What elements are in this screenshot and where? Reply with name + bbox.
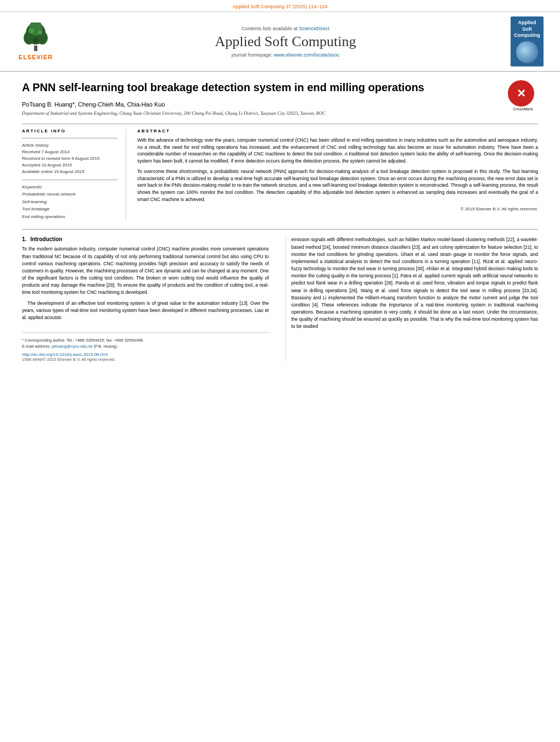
intro-paragraph-2: The development of an effective tool mon… (22, 300, 269, 322)
introduction-text: To the modern automation industry, compu… (22, 246, 269, 321)
article-info-heading: ARTICLE INFO (22, 129, 117, 133)
keywords-list: Probabilistic neural network Self-learni… (22, 191, 117, 220)
elsevier-tree-icon (19, 23, 52, 53)
footnote-area: * Corresponding author. Tel.: +886 32654… (22, 332, 269, 362)
keywords-divider (22, 180, 117, 180)
homepage-line: journal homepage: www.elsevier.com/locat… (66, 52, 505, 58)
badge-box: Applied Soft Computing (511, 16, 544, 66)
right-column-text: emission signals with different methodol… (292, 236, 539, 330)
history-label: Article history: (22, 143, 117, 148)
keyword-2: Self-learning (22, 198, 117, 206)
received-date: Received 7 August 2014 (22, 149, 117, 155)
journal-header: ELSEVIER Contents lists available at Sci… (0, 12, 560, 72)
authors-text: PoTsang B. Huang*, Cheng-Chieh Ma, Chia-… (22, 101, 165, 108)
article-title-container: A PNN self-learning tool breakage detect… (22, 80, 538, 94)
sciencedirect-link[interactable]: ScienceDirect (299, 26, 330, 31)
accepted-date: Accepted 10 August 2015 (22, 162, 117, 169)
contents-line: Contents lists available at ScienceDirec… (66, 26, 505, 31)
elsevier-label: ELSEVIER (19, 54, 53, 60)
right-intro-text: emission signals with different methodol… (292, 236, 539, 330)
introduction-heading: 1. Introduction (22, 236, 269, 242)
svg-point-5 (29, 28, 34, 34)
corresponding-author: * Corresponding author. Tel.: +886 32654… (22, 337, 269, 343)
abstract-heading: ABSTRACT (137, 129, 538, 133)
info-section: ARTICLE INFO Article history: Received 7… (22, 129, 538, 220)
abstract-section: ABSTRACT With the advance of technology … (137, 129, 538, 220)
homepage-link[interactable]: www.elsevier.com/locate/asoc (274, 52, 340, 58)
journal-center: Contents lists available at ScienceDirec… (66, 26, 505, 58)
keyword-1: Probabilistic neural network (22, 191, 117, 198)
doi-line: http://dx.doi.org/10.1016/j.asoc.2015.08… (22, 352, 269, 357)
crossmark-badge: ✕ CrossMark (508, 80, 538, 110)
svg-point-7 (33, 37, 38, 43)
info-divider (22, 138, 117, 138)
revised-date: Received in revised form 9 August 2015 (22, 155, 117, 162)
crossmark-label: CrossMark (508, 107, 538, 111)
email-link[interactable]: pthuang@cycu.edu.tw (52, 344, 92, 349)
body-left-column: 1. Introduction To the modern automation… (22, 236, 275, 361)
online-date: Available online 19 August 2015 (22, 169, 117, 175)
intro-paragraph-1: To the modern automation industry, compu… (22, 246, 269, 296)
introduction-title: Introduction (30, 236, 62, 242)
article-info-panel: ARTICLE INFO Article history: Received 7… (22, 129, 126, 220)
issn-line: 1568-4946/© 2015 Elsevier B.V. All right… (22, 357, 269, 362)
journal-title-main: Applied Soft Computing (66, 34, 505, 50)
journal-reference: Applied Soft Computing 37 (2015) 114–124 (232, 4, 327, 9)
svg-point-6 (38, 30, 42, 35)
affiliation: Department of Industrial and Systems Eng… (22, 110, 538, 117)
authors-line: PoTsang B. Huang*, Cheng-Chieh Ma, Chia-… (22, 101, 538, 108)
badge-decoration (516, 41, 538, 63)
article-title-text: A PNN self-learning tool breakage detect… (22, 81, 424, 93)
keyword-3: Tool breakage (22, 205, 117, 213)
doi-link[interactable]: http://dx.doi.org/10.1016/j.asoc.2015.08… (22, 352, 108, 357)
crossmark-icon: ✕ (508, 80, 534, 107)
abstract-paragraph-1: With the advance of technology over the … (137, 137, 538, 165)
journal-badge: Applied Soft Computing (511, 16, 549, 66)
abstract-text: With the advance of technology over the … (137, 137, 538, 203)
body-right-column: emission signals with different methodol… (285, 236, 539, 361)
keywords-label: Keywords: (22, 185, 117, 189)
top-bar: Applied Soft Computing 37 (2015) 114–124 (0, 0, 560, 12)
abstract-paragraph-2: To overcome these shortcomings, a probab… (137, 168, 538, 203)
email-line: E-mail address: pthuang@cycu.edu.tw (P.B… (22, 343, 269, 349)
copyright-notice: © 2015 Elsevier B.V. All rights reserved… (137, 207, 538, 211)
keyword-4: End milling operations (22, 213, 117, 221)
svg-rect-0 (34, 46, 37, 51)
divider-1 (22, 124, 538, 124)
body-section: 1. Introduction To the modern automation… (22, 229, 538, 361)
elsevier-logo: ELSEVIER (11, 23, 60, 60)
article-content: A PNN self-learning tool breakage detect… (0, 72, 560, 367)
page: Applied Soft Computing 37 (2015) 114–124 (0, 0, 560, 742)
